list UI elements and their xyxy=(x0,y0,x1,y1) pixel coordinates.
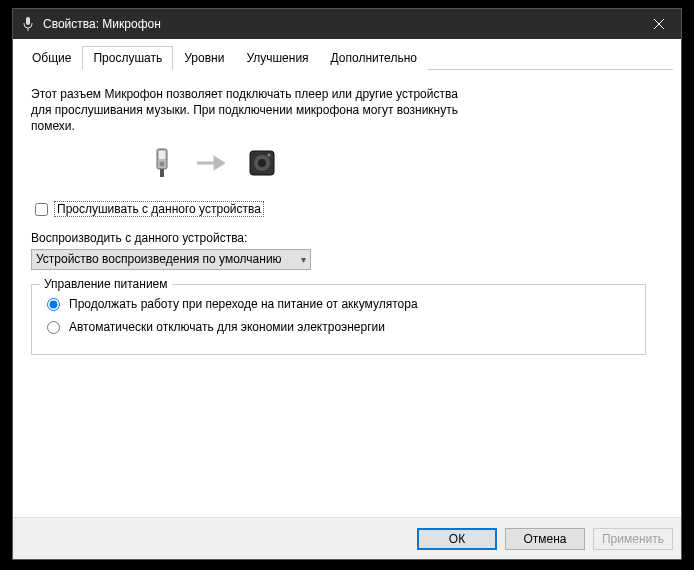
dialog-footer: ОК Отмена Применить xyxy=(13,517,681,559)
mp3-player-icon xyxy=(151,147,173,182)
svg-rect-7 xyxy=(160,169,164,177)
close-icon xyxy=(654,19,664,29)
power-auto-off-radio[interactable] xyxy=(47,321,60,334)
tab-panel-listen: Этот разъем Микрофон позволяет подключат… xyxy=(21,70,673,517)
cancel-button[interactable]: Отмена xyxy=(505,528,585,550)
close-button[interactable] xyxy=(636,9,681,39)
power-continue-row[interactable]: Продолжать работу при переходе на питани… xyxy=(42,297,635,313)
power-management-legend: Управление питанием xyxy=(40,277,172,291)
tab-general[interactable]: Общие xyxy=(21,46,82,70)
tab-levels[interactable]: Уровни xyxy=(173,46,235,70)
window-title: Свойства: Микрофон xyxy=(43,17,636,31)
illustration-row xyxy=(151,147,663,182)
power-continue-label: Продолжать работу при переходе на питани… xyxy=(69,297,418,313)
microphone-icon xyxy=(21,17,35,31)
tab-enhancements[interactable]: Улучшения xyxy=(235,46,319,70)
tab-listen[interactable]: Прослушать xyxy=(82,46,173,70)
playback-device-label: Воспроизводить с данного устройства: xyxy=(31,231,663,245)
description-text: Этот разъем Микрофон позволяет подключат… xyxy=(31,86,461,135)
svg-rect-0 xyxy=(26,17,30,25)
chevron-down-icon: ▾ xyxy=(301,254,306,265)
properties-dialog: Свойства: Микрофон Общие Прослушать Уров… xyxy=(12,8,682,560)
titlebar: Свойства: Микрофон xyxy=(13,9,681,39)
svg-point-11 xyxy=(268,153,271,156)
playback-device-select[interactable]: Устройство воспроизведения по умолчанию … xyxy=(31,249,311,270)
power-continue-radio[interactable] xyxy=(47,298,60,311)
ok-button[interactable]: ОК xyxy=(417,528,497,550)
power-auto-off-row[interactable]: Автоматически отключать для экономии эле… xyxy=(42,320,635,336)
arrow-right-icon xyxy=(197,155,225,174)
listen-checkbox-label: Прослушивать с данного устройства xyxy=(55,202,263,216)
svg-point-10 xyxy=(258,159,266,167)
tab-strip: Общие Прослушать Уровни Улучшения Дополн… xyxy=(21,45,673,70)
svg-point-6 xyxy=(160,161,165,166)
power-auto-off-label: Автоматически отключать для экономии эле… xyxy=(69,320,385,336)
apply-button: Применить xyxy=(593,528,673,550)
listen-checkbox-row[interactable]: Прослушивать с данного устройства xyxy=(31,200,663,219)
listen-checkbox[interactable] xyxy=(35,203,48,216)
svg-rect-5 xyxy=(159,151,165,159)
content-area: Общие Прослушать Уровни Улучшения Дополн… xyxy=(13,39,681,517)
power-management-group: Управление питанием Продолжать работу пр… xyxy=(31,284,646,355)
playback-device-value: Устройство воспроизведения по умолчанию xyxy=(36,252,282,266)
speaker-icon xyxy=(249,150,275,179)
tab-advanced[interactable]: Дополнительно xyxy=(320,46,428,70)
